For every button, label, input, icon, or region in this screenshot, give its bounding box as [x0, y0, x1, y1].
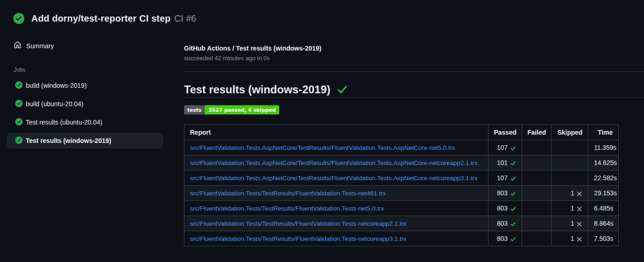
check-icon [510, 160, 516, 166]
report-link[interactable]: src/FluentValidation.Tests/TestResults/F… [190, 205, 384, 212]
sidebar-job-item[interactable]: Test results (ubuntu-20.04) [7, 114, 163, 130]
report-link[interactable]: src/FluentValidation.Tests.AspNetCore/Te… [190, 175, 477, 182]
time-cell: 6.485s [588, 201, 619, 216]
sidebar: Summary Jobs build (windows-2019)build (… [0, 40, 179, 151]
home-icon [14, 41, 21, 51]
sidebar-job-item[interactable]: Test results (windows-2019) [7, 133, 163, 148]
skipped-cell: 1 [552, 216, 588, 231]
passed-count: 107 [497, 174, 507, 182]
report-cell: src/FluentValidation.Tests.AspNetCore/Te… [184, 171, 489, 186]
column-header-report: Report [184, 125, 489, 140]
skipped-cell: 1 [552, 231, 588, 246]
passed-count: 107 [497, 144, 507, 151]
passed-cell: 107 [488, 171, 522, 186]
check-icon [510, 236, 516, 242]
passed-count: 803 [497, 235, 507, 242]
jobs-section-label: Jobs [14, 67, 179, 73]
badge-value: 3527 passed, 4 skipped [205, 105, 279, 114]
check-circle-icon [15, 137, 23, 145]
skipped-cell [552, 171, 588, 186]
column-header-skipped: Skipped [552, 125, 588, 140]
skipped-cell: 1 [552, 186, 588, 201]
check-icon [510, 176, 516, 182]
table-row: src/FluentValidation.Tests.AspNetCore/Te… [184, 140, 619, 155]
column-header-failed: Failed [522, 125, 552, 140]
check-icon [510, 221, 516, 227]
passed-cell: 803 [488, 231, 522, 246]
report-link[interactable]: src/FluentValidation.Tests.AspNetCore/Te… [190, 144, 455, 151]
report-cell: src/FluentValidation.Tests/TestResults/F… [184, 231, 489, 246]
passed-cell: 803 [488, 201, 522, 216]
failed-cell [522, 171, 552, 186]
time-cell: 8.864s [588, 216, 619, 231]
passed-count: 803 [497, 220, 507, 227]
results-table-body: src/FluentValidation.Tests.AspNetCore/Te… [184, 140, 619, 246]
passed-count: 803 [497, 189, 507, 197]
results-table-header: ReportPassedFailedSkippedTime [184, 125, 619, 140]
table-row: src/FluentValidation.Tests/TestResults/F… [184, 186, 619, 201]
table-row: src/FluentValidation.Tests/TestResults/F… [184, 201, 619, 216]
failed-cell [522, 201, 552, 216]
divider [184, 71, 644, 72]
time-cell: 11.359s [588, 140, 619, 155]
passed-count: 803 [497, 205, 507, 212]
run-header: Add dorny/test-reporter CI step CI #6 [13, 13, 196, 24]
passed-cell: 101 [488, 155, 522, 171]
sidebar-item-summary[interactable]: Summary [14, 40, 179, 51]
time-cell: 22.582s [588, 171, 619, 186]
section-head: Test results (windows-2019) [184, 83, 644, 97]
report-cell: src/FluentValidation.Tests.AspNetCore/Te… [184, 140, 489, 155]
failed-cell [522, 155, 552, 171]
check-circle-icon [15, 81, 23, 90]
report-cell: src/FluentValidation.Tests/TestResults/F… [184, 186, 489, 201]
skipped-count: 1 [570, 235, 574, 242]
x-icon [576, 191, 582, 197]
failed-cell [522, 231, 552, 246]
report-link[interactable]: src/FluentValidation.Tests/TestResults/F… [190, 235, 407, 242]
badge-label: tests [184, 105, 205, 114]
table-row: src/FluentValidation.Tests.AspNetCore/Te… [184, 171, 619, 186]
check-icon [510, 191, 516, 197]
workflow-run-page: Add dorny/test-reporter CI step CI #6 Su… [0, 0, 644, 262]
check-icon [510, 206, 516, 212]
skipped-count: 1 [570, 220, 574, 227]
x-icon [576, 206, 582, 212]
table-row: src/FluentValidation.Tests/TestResults/F… [184, 231, 619, 246]
passed-cell: 803 [488, 216, 522, 231]
report-cell: src/FluentValidation.Tests/TestResults/F… [184, 216, 489, 231]
run-title: Add dorny/test-reporter CI step [31, 13, 171, 24]
passed-count: 101 [497, 159, 507, 166]
report-cell: src/FluentValidation.Tests/TestResults/F… [184, 201, 489, 216]
report-link[interactable]: src/FluentValidation.Tests.AspNetCore/Te… [190, 159, 477, 166]
check-circle-icon [15, 118, 23, 127]
results-table: ReportPassedFailedSkippedTime src/Fluent… [184, 125, 619, 246]
check-run-title: GitHub Actions / Test results (windows-2… [184, 44, 644, 52]
report-cell: src/FluentValidation.Tests.AspNetCore/Te… [184, 155, 489, 171]
skipped-count: 1 [570, 189, 574, 197]
skipped-count: 1 [570, 205, 574, 212]
failed-cell [522, 186, 552, 201]
report-link[interactable]: src/FluentValidation.Tests/TestResults/F… [190, 190, 386, 197]
check-run-status: succeeded 42 minutes ago in 0s [184, 55, 644, 62]
table-row: src/FluentValidation.Tests.AspNetCore/Te… [184, 155, 619, 171]
sidebar-job-item[interactable]: build (ubuntu-20.04) [7, 96, 163, 112]
column-header-passed: Passed [488, 125, 522, 140]
job-label: build (windows-2019) [26, 82, 86, 89]
skipped-cell [552, 140, 588, 155]
failed-cell [522, 140, 552, 155]
main-content: GitHub Actions / Test results (windows-2… [184, 44, 644, 246]
report-link[interactable]: src/FluentValidation.Tests/TestResults/F… [190, 220, 407, 227]
time-cell: 14.625s [588, 155, 619, 171]
table-row: src/FluentValidation.Tests/TestResults/F… [184, 216, 619, 231]
job-label: build (ubuntu-20.04) [26, 100, 83, 108]
time-cell: 7.503s [588, 231, 619, 246]
check-icon [510, 145, 516, 151]
tests-badge: tests 3527 passed, 4 skipped [184, 105, 279, 114]
skipped-cell: 1 [552, 201, 588, 216]
jobs-list: build (windows-2019)build (ubuntu-20.04)… [7, 78, 163, 148]
check-circle-icon [15, 100, 23, 108]
x-icon [576, 236, 582, 242]
sidebar-job-item[interactable]: build (windows-2019) [7, 78, 163, 93]
summary-label: Summary [26, 42, 54, 50]
passed-cell: 803 [488, 186, 522, 201]
